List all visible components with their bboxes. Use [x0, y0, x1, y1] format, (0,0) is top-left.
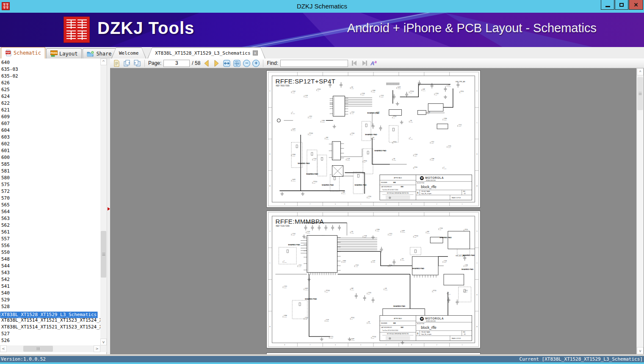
zoom-in-button[interactable]: + [252, 60, 260, 67]
list-item[interactable]: 581 [0, 168, 100, 175]
list-item[interactable]: 556 [0, 242, 100, 249]
svg-text:C: C [269, 122, 271, 124]
list-item[interactable]: 544 [0, 263, 100, 270]
scrollbar-thumb[interactable] [23, 346, 53, 352]
list-item[interactable]: 635-03 [0, 66, 100, 73]
list-item[interactable]: 580 [0, 175, 100, 181]
page-number-input[interactable] [163, 60, 190, 67]
list-item[interactable]: 541 [0, 283, 100, 290]
svg-text:A: A [476, 326, 477, 328]
list-item[interactable]: 563 [0, 215, 100, 222]
doc-tab-current[interactable]: XT838L_XT1528_XT1529_L3_Schematics x [147, 47, 265, 58]
list-item[interactable]: 565 [0, 202, 100, 208]
list-item[interactable]: 543 [0, 270, 100, 276]
list-item[interactable]: 570 [0, 195, 100, 202]
app-name: DZKJ Tools [97, 19, 194, 38]
svg-text:8: 8 [285, 203, 285, 205]
viewport-vertical-scrollbar[interactable]: ^ v [636, 68, 644, 354]
list-item[interactable]: 575 [0, 181, 100, 188]
scroll-down-icon[interactable]: v [100, 339, 107, 345]
sidebar-vertical-scrollbar[interactable]: ^ v [100, 58, 107, 345]
scroll-up-icon[interactable]: ^ [637, 68, 644, 75]
svg-text:TP7103: TP7103 [292, 130, 296, 131]
list-item[interactable]: 640 [0, 59, 100, 66]
zoom-out-button[interactable]: − [243, 60, 250, 67]
svg-text:1UF: 1UF [439, 229, 442, 230]
scroll-left-icon[interactable]: < [0, 345, 7, 352]
svg-text:3.9NH: 3.9NH [299, 266, 301, 267]
list-item[interactable]: 550 [0, 249, 100, 256]
scroll-down-icon[interactable]: v [637, 347, 644, 354]
tab-share[interactable]: Share [83, 48, 116, 58]
svg-text:R7110: R7110 [448, 86, 451, 87]
list-item[interactable]: 527 [0, 331, 100, 337]
scrollbar-thumb[interactable] [637, 77, 643, 110]
doc-tab-welcome[interactable]: Welcome [111, 47, 146, 58]
panel-splitter[interactable] [107, 58, 110, 354]
scroll-right-icon[interactable]: > [94, 345, 100, 352]
banner: 东震科技 DZKJ Tools Android + iPhone & PCB L… [0, 13, 644, 47]
close-button[interactable]: ✕ [629, 0, 643, 10]
list-item[interactable]: 557 [0, 236, 100, 242]
svg-text:B: B [476, 294, 477, 296]
list-item[interactable]: 600 [0, 154, 100, 161]
list-item[interactable]: 635-02 [0, 73, 100, 80]
list-item[interactable]: 564 [0, 208, 100, 215]
svg-text:MOTOROLA CONFIDENTIAL RESTRICT: MOTOROLA CONFIDENTIAL RESTRICTED [387, 192, 409, 194]
snapshot-prev-button[interactable] [133, 59, 141, 67]
list-item[interactable]: 601 [0, 147, 100, 154]
list-item[interactable]: 621 [0, 107, 100, 114]
svg-text:L7108: L7108 [368, 323, 371, 324]
svg-text:TRX_SLT_AN: TRX_SLT_AN [456, 255, 465, 257]
tab-layout[interactable]: PADS Layout [46, 48, 82, 58]
snapshot-button[interactable] [123, 59, 131, 67]
list-item[interactable]: 540 [0, 290, 100, 297]
list-item[interactable]: 602 [0, 141, 100, 147]
find-previous-button[interactable] [350, 59, 358, 67]
find-input[interactable] [280, 60, 348, 67]
list-item[interactable]: 624 [0, 93, 100, 100]
list-item[interactable]: 622 [0, 100, 100, 107]
list-item[interactable]: XT838L_XT1514_XT1521_XT1523_XT1524_XT1 [0, 317, 100, 324]
list-item[interactable]: 542 [0, 276, 100, 283]
svg-text:C7140: C7140 [423, 90, 426, 91]
list-item[interactable]: 572 [0, 188, 100, 195]
sidebar-horizontal-scrollbar[interactable]: < > [0, 345, 100, 352]
list-item[interactable]: 603 [0, 134, 100, 141]
svg-text:L7108: L7108 [351, 88, 354, 89]
doc-tab-close-icon[interactable]: x [253, 50, 258, 56]
svg-text:R7110: R7110 [372, 139, 375, 139]
list-item[interactable]: 561 [0, 229, 100, 236]
svg-text:L7112: L7112 [448, 294, 451, 295]
svg-text:B: B [417, 192, 418, 194]
list-item[interactable]: 607 [0, 120, 100, 127]
list-item[interactable]: 562 [0, 222, 100, 229]
list-item[interactable]: XT838L_XT1514_XT1521_XT1523_XT1524_XT1 [0, 324, 100, 331]
find-next-button[interactable] [360, 59, 368, 67]
scroll-up-icon[interactable]: ^ [100, 58, 107, 65]
fit-page-button[interactable] [233, 59, 241, 67]
list-item[interactable]: 585 [0, 161, 100, 168]
copy-text-button[interactable] [113, 59, 121, 67]
svg-text:3: 3 [411, 344, 412, 346]
next-page-button[interactable] [213, 59, 221, 67]
pdf-viewport[interactable]: 87654321DDCCBBAAC71020.1UF0.1UFR7105R710… [110, 68, 644, 354]
svg-text:0.1UF: 0.1UF [351, 113, 354, 114]
list-item[interactable]: 609 [0, 114, 100, 120]
match-case-icon[interactable]: Aa [370, 60, 376, 67]
list-item[interactable]: 528 [0, 303, 100, 310]
list-item[interactable]: 548 [0, 256, 100, 263]
scrollbar-thumb[interactable] [101, 231, 106, 278]
list-item[interactable]: 625 [0, 86, 100, 93]
sidebar: 640635-03635-026266256246226216096076046… [0, 58, 107, 354]
minimize-button[interactable] [601, 0, 614, 10]
maximize-button[interactable] [615, 0, 628, 10]
list-item[interactable]: 526 [0, 337, 100, 344]
list-item[interactable]: 626 [0, 80, 100, 86]
list-item[interactable]: 529 [0, 297, 100, 303]
list-item[interactable]: 604 [0, 127, 100, 134]
previous-page-button[interactable] [202, 59, 210, 67]
fit-width-button[interactable] [223, 59, 231, 67]
svg-text:C: C [476, 122, 478, 124]
tab-schematic[interactable]: PDF Schematic [1, 47, 45, 58]
